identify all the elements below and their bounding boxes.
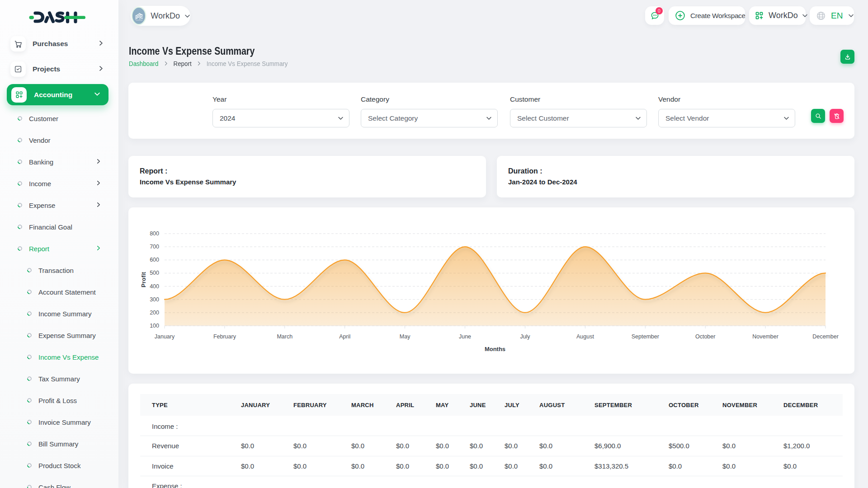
svg-text:800: 800 — [150, 230, 159, 237]
svg-text:February: February — [213, 333, 236, 340]
svg-text:Months: Months — [485, 346, 505, 352]
svg-text:July: July — [520, 333, 530, 340]
svg-text:October: October — [695, 333, 715, 340]
svg-text:700: 700 — [150, 244, 159, 250]
svg-text:Profit: Profit — [140, 272, 147, 287]
svg-text:600: 600 — [150, 257, 159, 263]
svg-text:September: September — [632, 333, 659, 340]
svg-text:100: 100 — [150, 323, 159, 329]
svg-text:August: August — [576, 333, 594, 340]
svg-text:December: December — [812, 333, 839, 340]
svg-text:500: 500 — [150, 270, 159, 276]
svg-text:May: May — [400, 333, 410, 340]
svg-text:March: March — [277, 333, 292, 340]
svg-text:April: April — [339, 333, 350, 340]
svg-text:November: November — [752, 333, 778, 340]
svg-text:400: 400 — [150, 283, 159, 290]
svg-text:300: 300 — [150, 296, 159, 303]
svg-text:200: 200 — [150, 310, 159, 316]
svg-text:January: January — [155, 333, 175, 340]
svg-text:June: June — [459, 333, 471, 340]
